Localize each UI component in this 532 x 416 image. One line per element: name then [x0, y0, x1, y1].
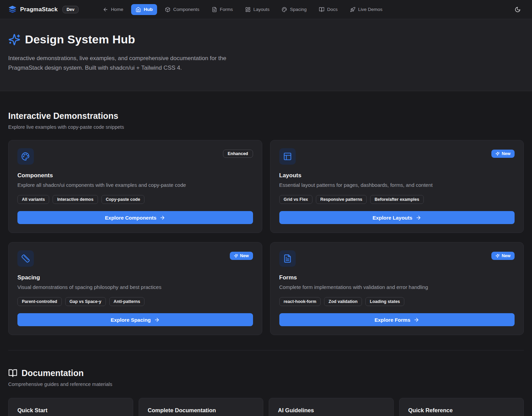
card-title: Layouts: [279, 172, 515, 179]
tag-chip: Parent-controlled: [17, 297, 62, 306]
moon-icon: [515, 6, 521, 13]
env-badge: Dev: [62, 6, 79, 13]
palette-icon: [282, 7, 287, 12]
nav-item-home[interactable]: Home: [98, 4, 128, 15]
demos-section: Interactive Demonstrations Explore live …: [8, 91, 524, 335]
arrow-left-icon: [103, 7, 108, 12]
nav-item-label: Docs: [327, 7, 338, 12]
doc-card-complete-documentation[interactable]: Complete Documentation Full design syste…: [139, 398, 264, 416]
nav-item-label: Spacing: [290, 7, 307, 12]
doc-card-quick-start[interactable]: Quick Start 5-minute crash course: [8, 398, 133, 416]
card-description: Complete form implementations with valid…: [279, 284, 515, 290]
card-title: Forms: [279, 274, 515, 281]
ruler-icon: [17, 250, 34, 267]
arrow-right-icon: [414, 317, 419, 323]
demo-card-spacing: New Spacing Visual demonstrations of spa…: [8, 242, 262, 335]
rocket-icon: [350, 7, 355, 12]
file-text-icon: [212, 7, 217, 12]
badge-label: New: [502, 151, 510, 156]
button-label: Explore Spacing: [111, 317, 151, 323]
explore-components-button[interactable]: Explore Components: [17, 211, 253, 224]
card-description: Explore all shadcn/ui components with li…: [17, 182, 253, 188]
docs-heading: Documentation: [22, 368, 84, 378]
nav-item-label: Forms: [220, 7, 233, 12]
nav-item-label: Layouts: [253, 7, 269, 12]
tag-row: Parent-controlled Gap vs Space-y Anti-pa…: [17, 297, 253, 306]
demo-card-forms: New Forms Complete form implementations …: [270, 242, 524, 335]
card-description: Visual demonstrations of spacing philoso…: [17, 284, 253, 290]
status-badge: Enhanced: [223, 150, 253, 158]
demo-card-layouts: New Layouts Essential layout patterns fo…: [270, 140, 524, 233]
nav-item-forms[interactable]: Forms: [207, 4, 237, 15]
hero-section: Design System Hub Interactive demonstrat…: [0, 19, 532, 91]
home-icon: [136, 7, 141, 12]
card-title: Spacing: [17, 274, 253, 281]
card-description: Essential layout patterns for pages, das…: [279, 182, 515, 188]
explore-spacing-button[interactable]: Explore Spacing: [17, 313, 253, 326]
tag-chip: Anti-patterns: [109, 297, 145, 306]
doc-card-ai-guidelines[interactable]: AI Guidelines Rules for AI code generati…: [269, 398, 394, 416]
layout-grid-icon: [245, 7, 251, 12]
status-badge: New: [230, 252, 253, 260]
status-badge: New: [491, 252, 515, 260]
sparkles-icon: [234, 254, 238, 258]
palette-icon: [17, 148, 34, 165]
tag-chip: Gap vs Space-y: [65, 297, 106, 306]
package-icon: [165, 7, 170, 12]
tag-chip: All variants: [17, 195, 49, 204]
demo-card-grid: Enhanced Components Explore all shadcn/u…: [8, 140, 524, 335]
button-label: Explore Layouts: [373, 215, 412, 221]
card-title: Components: [17, 172, 253, 179]
status-badge: New: [491, 150, 515, 158]
theme-toggle-button[interactable]: [512, 3, 524, 16]
arrow-right-icon: [154, 317, 160, 323]
main-content: Interactive Demonstrations Explore live …: [0, 91, 532, 416]
tag-row: react-hook-form Zod validation Loading s…: [279, 297, 515, 306]
file-text-icon: [279, 250, 296, 267]
button-label: Explore Forms: [375, 317, 410, 323]
tag-chip: react-hook-form: [279, 297, 321, 306]
docs-subheading: Comprehensive guides and reference mater…: [8, 382, 524, 387]
main-nav: Home Hub Components Forms Layouts: [98, 4, 387, 15]
layers-logo-icon: [8, 5, 17, 14]
nav-item-label: Components: [173, 7, 199, 12]
tag-row: Grid vs Flex Responsive patterns Before/…: [279, 195, 515, 204]
explore-layouts-button[interactable]: Explore Layouts: [279, 211, 515, 224]
nav-item-components[interactable]: Components: [160, 4, 204, 15]
tag-chip: Before/after examples: [370, 195, 424, 204]
nav-item-hub[interactable]: Hub: [131, 4, 157, 15]
doc-card-title: Quick Reference: [408, 407, 515, 414]
arrow-right-icon: [159, 215, 165, 221]
brand[interactable]: PragmaStack Dev: [8, 5, 79, 14]
docs-card-grid: Quick Start 5-minute crash course Comple…: [8, 398, 524, 416]
nav-item-label: Home: [111, 7, 123, 12]
demos-heading: Interactive Demonstrations: [8, 111, 524, 121]
tag-chip: Copy-paste code: [101, 195, 145, 204]
sparkles-icon: [495, 254, 500, 258]
tag-chip: Grid vs Flex: [279, 195, 313, 204]
sparkles-icon: [495, 152, 500, 156]
page-title: Design System Hub: [25, 33, 135, 46]
sparkles-icon: [8, 33, 20, 46]
nav-item-label: Live Demos: [358, 7, 382, 12]
tag-chip: Loading states: [365, 297, 404, 306]
nav-item-docs[interactable]: Docs: [314, 4, 342, 15]
tag-chip: Responsive patterns: [316, 195, 367, 204]
book-open-icon: [8, 369, 17, 378]
doc-card-quick-reference[interactable]: Quick Reference Cheat sheet for lookups: [399, 398, 524, 416]
arrow-right-icon: [416, 215, 421, 221]
nav-item-label: Hub: [144, 7, 153, 12]
badge-label: New: [240, 253, 249, 258]
button-label: Explore Components: [105, 215, 156, 221]
demos-subheading: Explore live examples with copy-paste co…: [8, 124, 524, 130]
nav-item-live-demos[interactable]: Live Demos: [346, 4, 387, 15]
nav-item-layouts[interactable]: Layouts: [241, 4, 274, 15]
panels-top-left-icon: [279, 148, 296, 165]
doc-card-title: Complete Documentation: [148, 407, 254, 414]
tag-chip: Interactive demos: [53, 195, 98, 204]
tag-chip: Zod validation: [324, 297, 362, 306]
nav-item-spacing[interactable]: Spacing: [277, 4, 311, 15]
page-description: Interactive demonstrations, live example…: [8, 54, 263, 72]
explore-forms-button[interactable]: Explore Forms: [279, 313, 515, 326]
top-navbar: PragmaStack Dev Home Hub Components Fo: [0, 0, 532, 19]
